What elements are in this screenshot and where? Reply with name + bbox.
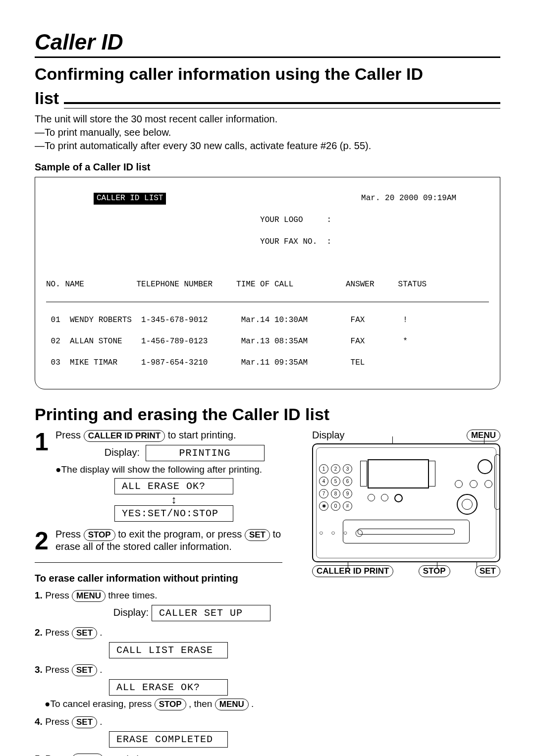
note-b: —To print automatically after every 30 n…: [35, 140, 500, 152]
lcd-yes-set: YES:SET/NO:STOP: [114, 505, 233, 522]
lcd-all-erase-ok: ALL ERASE OK?: [109, 679, 228, 696]
stop-button[interactable]: STOP: [155, 699, 186, 710]
table-row: 01 WENDY ROBERTS 1-345-678-9012 Mar.14 1…: [46, 315, 489, 326]
step1-text-c: to start printing.: [168, 430, 236, 440]
sample-fax: YOUR FAX NO. :: [260, 237, 331, 246]
handset-icon: [494, 454, 500, 510]
title-rule: [35, 56, 500, 58]
step1-text-a: Press: [55, 430, 84, 440]
updown-arrow-icon: ↕: [55, 494, 292, 505]
col-answer: ANSWER: [346, 280, 374, 289]
section1-rule: [64, 102, 500, 108]
lcd-printing: PRINTING: [146, 445, 265, 461]
set-button[interactable]: SET: [245, 529, 270, 541]
caller-id-print-button[interactable]: CALLER ID PRINT: [84, 430, 165, 442]
menu-dial-icon: [478, 459, 492, 474]
caller-id-sample-box: CALLER ID LIST Mar. 20 2000 09:19AM YOUR…: [35, 177, 500, 390]
step2-text-b: to exit the program, or press: [118, 529, 245, 540]
step-number-2: 2: [35, 529, 55, 553]
table-row: 03 MIKE TIMAR 1-987-654-3210 Mar.11 09:3…: [46, 358, 489, 369]
table-row: 02 ALLAN STONE 1-456-789-0123 Mar.13 08:…: [46, 336, 489, 347]
stop-button[interactable]: STOP: [84, 529, 115, 541]
set-button[interactable]: SET: [72, 627, 97, 639]
caller-id-print-label[interactable]: CALLER ID PRINT: [312, 565, 393, 577]
sample-logo: YOUR LOGO :: [260, 216, 331, 224]
page-title: Caller ID: [35, 30, 500, 54]
lcd-erase-completed: ERASE COMPLETED: [109, 731, 228, 748]
set-label[interactable]: SET: [475, 565, 500, 577]
erase-step-4: 4. Press SET . ERASE COMPLETED: [35, 716, 292, 748]
stop-button[interactable]: STOP: [72, 754, 104, 756]
note-a: —To print manually, see below.: [35, 127, 500, 138]
jog-dial-icon: [457, 494, 478, 515]
mid-buttons-icon: [368, 494, 403, 502]
erase-step-1: 1. Press MENU three times. Display:CALLE…: [35, 590, 292, 621]
lcd-all-erase: ALL ERASE OK?: [114, 478, 233, 494]
section-divider: [35, 562, 282, 563]
label-display: Display: [312, 430, 345, 441]
section1-title-line2: list: [35, 88, 59, 108]
col-tel: TELEPHONE NUMBER: [136, 280, 213, 289]
erase-step-2: 2. Press SET . CALL LIST ERASE: [35, 627, 292, 658]
sample-badge: CALLER ID LIST: [94, 193, 166, 205]
fax-machine-diagram: 123 456 789 ✱0# ○ ○ ○ ◯: [312, 443, 500, 562]
sample-heading: Sample of a Caller ID list: [35, 162, 500, 173]
section2-title: Printing and erasing the Caller ID list: [35, 404, 500, 425]
sample-date: Mar. 20 2000 09:19AM: [361, 194, 456, 203]
menu-button[interactable]: MENU: [215, 699, 249, 710]
step1-note: ●The display will show the following aft…: [55, 464, 292, 475]
col-status: STATUS: [398, 280, 427, 289]
lcd-call-list-erase: CALL LIST ERASE: [109, 642, 228, 658]
sample-header-rule: [46, 302, 489, 302]
display-label: Display:: [85, 447, 140, 458]
col-name: NAME: [65, 280, 84, 289]
lcd-screen-icon: [368, 459, 429, 488]
keypad-icon: 123 456 789 ✱0#: [319, 464, 352, 511]
col-no: NO.: [46, 280, 60, 289]
stop-label[interactable]: STOP: [419, 565, 450, 577]
set-button[interactable]: SET: [72, 664, 97, 676]
step-number-1: 1: [35, 430, 55, 522]
section1-title-line1: Confirming caller information using the …: [35, 64, 500, 84]
set-button[interactable]: SET: [72, 716, 97, 728]
col-time: TIME OF CALL: [236, 280, 293, 289]
lcd-caller-setup: CALLER SET UP: [152, 605, 270, 621]
menu-button-label[interactable]: MENU: [467, 430, 500, 441]
erase-heading: To erase caller information without prin…: [35, 573, 292, 584]
paper-tray-icon: [343, 520, 470, 543]
step2-text-a: Press: [55, 529, 84, 540]
erase-step-3: 3. Press SET . ALL ERASE OK? ●To cancel …: [35, 664, 292, 710]
intro-text: The unit will store the 30 most recent c…: [35, 113, 500, 125]
erase-step-5: 5. Press STOP to exit the program.: [35, 754, 292, 756]
right-buttons-icon: [455, 480, 492, 488]
menu-button[interactable]: MENU: [72, 590, 106, 602]
